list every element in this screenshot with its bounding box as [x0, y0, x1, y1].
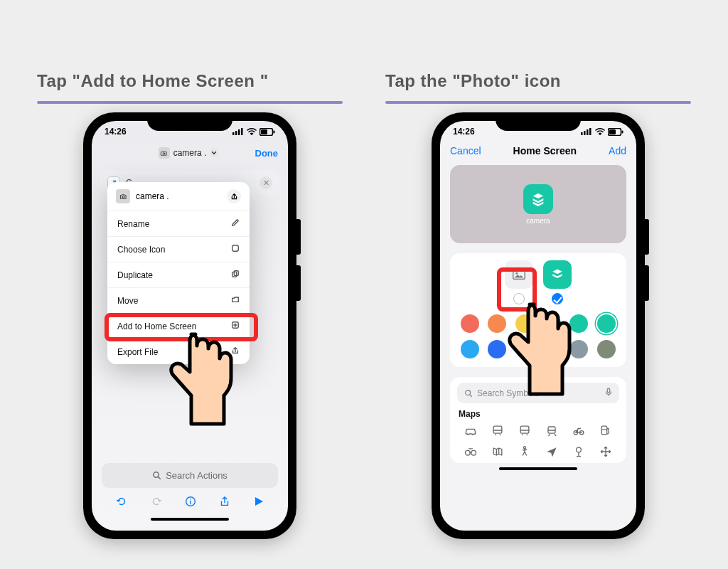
symbol-row-2 — [457, 445, 619, 459]
menu-item-duplicate[interactable]: Duplicate — [107, 262, 250, 288]
fuel-icon[interactable] — [599, 423, 613, 437]
context-menu: camera . Rename Choose Icon — [107, 182, 250, 364]
option-photo[interactable] — [505, 260, 533, 304]
svg-point-34 — [466, 450, 471, 455]
search-placeholder: Search Actions — [166, 470, 228, 481]
svg-point-9 — [122, 196, 124, 198]
icon-preview: camera — [450, 165, 626, 243]
map-icon[interactable] — [491, 445, 505, 459]
left-column: Tap "Add to Home Screen " 14:26 — [37, 71, 343, 539]
screen-shortcuts-editor: 14:26 camera . — [92, 121, 288, 531]
photo-icon — [505, 260, 533, 289]
info-button[interactable] — [184, 495, 197, 511]
divider — [37, 101, 343, 104]
svg-rect-17 — [584, 131, 586, 135]
radio-selected — [552, 293, 563, 304]
share-icon[interactable] — [227, 189, 241, 203]
symbol-search-placeholder: Search Symbols — [477, 388, 539, 398]
remove-action-icon[interactable]: ✕ — [259, 176, 272, 189]
move-arrows-icon[interactable] — [599, 445, 613, 459]
menu-label: Export File — [117, 347, 158, 357]
status-time: 14:26 — [453, 127, 475, 137]
menu-item-rename[interactable]: Rename — [107, 211, 250, 237]
wifi-icon — [595, 128, 605, 135]
color-palette — [457, 312, 619, 364]
svg-rect-18 — [587, 129, 589, 135]
walk-icon[interactable] — [518, 445, 532, 459]
battery-icon — [608, 128, 623, 136]
color-swatch[interactable] — [597, 314, 616, 333]
mic-icon[interactable] — [605, 388, 612, 398]
svg-rect-16 — [581, 132, 583, 135]
run-button[interactable] — [253, 496, 264, 510]
undo-button[interactable] — [115, 495, 128, 511]
svg-point-8 — [163, 152, 165, 154]
color-swatch[interactable] — [569, 314, 588, 333]
notch — [147, 112, 232, 131]
search-actions[interactable]: Search Actions — [102, 463, 278, 488]
pin-icon[interactable] — [572, 445, 586, 459]
svg-rect-27 — [607, 388, 609, 393]
shortcut-title-chip[interactable]: camera . — [156, 145, 225, 161]
symbol-row-1 — [457, 423, 619, 437]
svg-rect-33 — [601, 426, 607, 435]
phone-frame-left: 14:26 camera . — [83, 112, 296, 539]
menu-item-choose-icon[interactable]: Choose Icon — [107, 237, 250, 262]
cancel-button[interactable]: Cancel — [450, 145, 481, 156]
color-swatch[interactable] — [488, 314, 506, 333]
menu-label: Duplicate — [117, 270, 153, 280]
share-button[interactable] — [218, 495, 231, 511]
right-column: Tap the "Photo" icon 14:26 Cancel — [385, 71, 691, 539]
svg-rect-19 — [589, 128, 592, 135]
menu-item-move[interactable]: Move — [107, 288, 250, 314]
caption-left: Tap "Add to Home Screen " — [37, 71, 343, 91]
color-swatch[interactable] — [542, 314, 561, 333]
menu-label: Rename — [117, 219, 149, 229]
color-swatch[interactable] — [515, 340, 534, 358]
color-swatch[interactable] — [542, 340, 561, 358]
tram-icon[interactable] — [545, 423, 559, 437]
radio-unselected — [513, 293, 525, 304]
bus-alt-icon[interactable] — [518, 423, 532, 437]
rounded-square-icon — [231, 244, 240, 255]
color-swatch[interactable] — [488, 340, 506, 358]
glyph-icon — [543, 260, 572, 289]
context-menu-header: camera . — [107, 182, 250, 211]
battery-icon — [259, 128, 275, 136]
chevron-down-icon — [210, 149, 218, 157]
editor-toolbar — [102, 488, 278, 515]
location-arrow-icon[interactable] — [545, 445, 559, 459]
svg-rect-0 — [232, 132, 235, 135]
folder-icon — [231, 295, 240, 306]
divider — [385, 101, 691, 104]
color-swatch[interactable] — [461, 314, 479, 333]
redo-button[interactable] — [150, 495, 163, 511]
duplicate-icon — [231, 270, 240, 280]
color-swatch[interactable] — [569, 340, 588, 358]
editor-header: camera . Done — [92, 142, 288, 166]
binoculars-icon[interactable] — [464, 445, 478, 459]
svg-rect-23 — [622, 130, 623, 133]
color-swatch[interactable] — [461, 340, 479, 358]
bicycle-icon[interactable] — [572, 423, 586, 437]
app-name-label: camera — [526, 217, 550, 225]
home-indicator — [499, 467, 577, 470]
add-button[interactable]: Add — [609, 145, 626, 156]
svg-point-37 — [577, 447, 582, 452]
color-swatch[interactable] — [515, 314, 534, 333]
symbol-search[interactable]: Search Symbols — [457, 383, 619, 403]
screen-home-icon-picker: 14:26 Cancel Home Screen Add — [440, 121, 636, 531]
menu-item-add-to-home-screen[interactable]: Add to Home Screen — [107, 314, 250, 339]
menu-label: Choose Icon — [117, 245, 165, 255]
car-icon[interactable] — [464, 423, 478, 437]
icon-picker-panel — [450, 253, 626, 367]
app-icon-preview — [523, 184, 553, 214]
option-glyph[interactable] — [543, 260, 572, 304]
done-button[interactable]: Done — [255, 148, 279, 159]
bus-icon[interactable] — [491, 423, 505, 437]
sheet-title: Home Screen — [513, 145, 577, 156]
caption-right: Tap the "Photo" icon — [385, 71, 691, 91]
menu-item-export-file[interactable]: Export File — [107, 339, 250, 364]
symbol-section-title: Maps — [459, 409, 618, 419]
color-swatch[interactable] — [597, 340, 616, 358]
